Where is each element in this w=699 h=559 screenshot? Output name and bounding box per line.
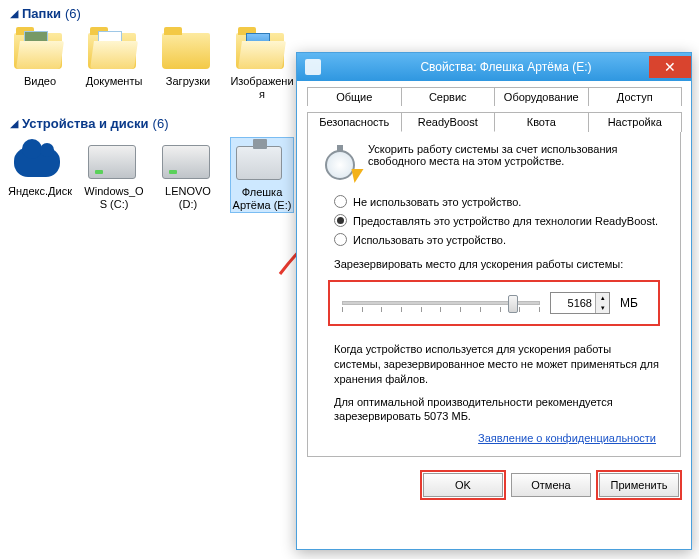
dialog-buttons: OK Отмена Применить [297, 465, 691, 507]
radio-dedicate[interactable]: Предоставлять это устройство для техноло… [334, 214, 668, 227]
intro-block: Ускорить работу системы за счет использо… [320, 143, 668, 183]
drive-e-usb[interactable]: Флешка Артёма (E:) [230, 137, 294, 212]
reserve-label: Зарезервировать место для ускорения рабо… [334, 258, 668, 270]
tab-row-2: Безопасность ReadyBoost Квота Настройка [307, 112, 681, 132]
reserve-slider[interactable] [342, 293, 540, 313]
tab-sharing[interactable]: Доступ [588, 87, 683, 106]
tab-hardware[interactable]: Оборудование [494, 87, 589, 106]
tab-row-1: Общие Сервис Оборудование Доступ [307, 87, 681, 106]
radio-icon [334, 233, 347, 246]
note-usage: Когда устройство используется для ускоре… [334, 342, 660, 387]
folder-video[interactable]: Видео [8, 27, 72, 100]
radio-icon [334, 195, 347, 208]
apply-button[interactable]: Применить [599, 473, 679, 497]
privacy-link-row: Заявление о конфиденциальности [332, 432, 656, 444]
tab-readyboost[interactable]: ReadyBoost [401, 112, 496, 132]
drive-yandex[interactable]: Яндекс.Диск [8, 137, 72, 212]
radio-icon [334, 214, 347, 227]
titlebar[interactable]: Свойства: Флешка Артёма (E:) ✕ [297, 53, 691, 81]
group-count: (6) [65, 6, 81, 21]
tab-content: Ускорить работу системы за счет использо… [307, 132, 681, 457]
tab-customize[interactable]: Настройка [588, 112, 683, 132]
properties-dialog: Свойства: Флешка Артёма (E:) ✕ Общие Сер… [296, 52, 692, 550]
collapse-icon: ◢ [10, 117, 18, 130]
cancel-button[interactable]: Отмена [511, 473, 591, 497]
reserve-slider-box: ▴ ▾ МБ [328, 280, 660, 326]
dialog-title: Свойства: Флешка Артёма (E:) [329, 60, 683, 74]
radio-use[interactable]: Использовать это устройство. [334, 233, 668, 246]
stopwatch-icon [320, 143, 360, 183]
group-title: Устройства и диски [22, 116, 149, 131]
spin-down-icon[interactable]: ▾ [595, 303, 609, 313]
tab-general[interactable]: Общие [307, 87, 402, 106]
tab-quota[interactable]: Квота [494, 112, 589, 132]
privacy-link[interactable]: Заявление о конфиденциальности [478, 432, 656, 444]
tab-security[interactable]: Безопасность [307, 112, 402, 132]
intro-text: Ускорить работу системы за счет использо… [368, 143, 668, 183]
spin-up-icon[interactable]: ▴ [595, 293, 609, 303]
tab-tools[interactable]: Сервис [401, 87, 496, 106]
folder-documents[interactable]: Документы [82, 27, 146, 100]
folders-group-header[interactable]: ◢ Папки (6) [0, 0, 699, 23]
ok-button[interactable]: OK [423, 473, 503, 497]
collapse-icon: ◢ [10, 7, 18, 20]
unit-label: МБ [620, 296, 646, 310]
radio-do-not-use[interactable]: Не использовать это устройство. [334, 195, 668, 208]
reserve-value-input[interactable] [551, 293, 595, 313]
radio-group: Не использовать это устройство. Предоста… [334, 195, 668, 246]
folder-downloads[interactable]: Загрузки [156, 27, 220, 100]
reserve-value-spinner[interactable]: ▴ ▾ [550, 292, 610, 314]
drive-icon [305, 59, 321, 75]
group-count: (6) [153, 116, 169, 131]
note-recommend: Для оптимальной производительности реком… [334, 395, 660, 425]
drive-c[interactable]: Windows_OS (C:) [82, 137, 146, 212]
folder-images[interactable]: Изображения [230, 27, 294, 100]
drive-d[interactable]: LENOVO (D:) [156, 137, 220, 212]
close-button[interactable]: ✕ [649, 56, 691, 78]
group-title: Папки [22, 6, 61, 21]
